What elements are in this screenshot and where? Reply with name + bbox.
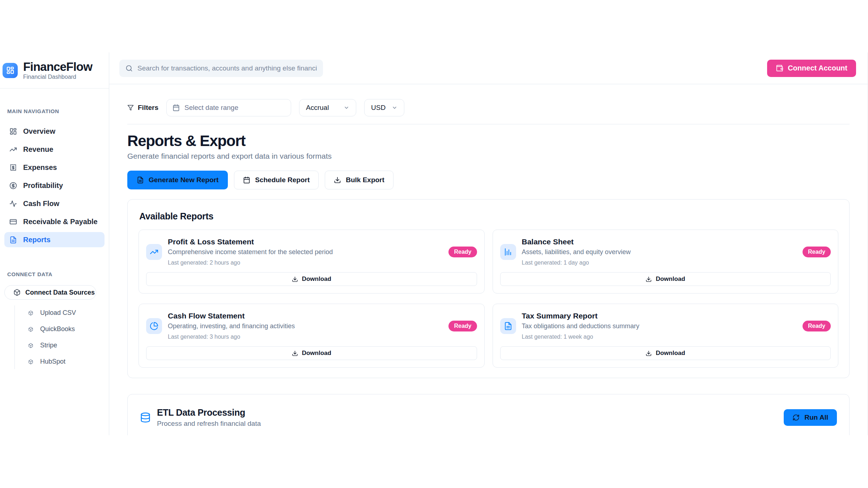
sidebar-item-cash-flow[interactable]: Cash Flow — [4, 196, 105, 211]
database-icon — [140, 412, 151, 423]
sidebar-item-profitability[interactable]: Profitability — [4, 178, 105, 193]
sidebar-item-receivable-payable[interactable]: Receivable & Payable — [4, 214, 105, 229]
trending-up-icon — [146, 244, 162, 260]
report-card-cash-flow: Cash Flow Statement Operating, investing… — [139, 304, 485, 368]
connect-data-sources-button[interactable]: Connect Data Sources — [4, 285, 96, 300]
page-subtitle: Generate financial reports and export da… — [127, 152, 850, 160]
funnel-icon — [127, 104, 134, 111]
schedule-report-label: Schedule Report — [255, 176, 310, 184]
date-range-input[interactable] — [166, 99, 291, 116]
generate-report-button[interactable]: Generate New Report — [127, 171, 228, 189]
report-title: Profit & Loss Statement — [168, 237, 333, 247]
receipt-icon — [9, 164, 17, 171]
source-label: QuickBooks — [40, 325, 75, 333]
brand-tagline: Financial Dashboard — [23, 74, 92, 80]
report-card-profit-loss: Profit & Loss Statement Comprehensive in… — [139, 230, 485, 294]
pie-chart-icon — [146, 318, 162, 334]
download-button[interactable]: Download — [500, 272, 831, 286]
report-description: Assets, liabilities, and equity overview — [522, 248, 631, 257]
wallet-icon — [776, 64, 783, 72]
connect-account-label: Connect Account — [788, 64, 847, 72]
currency-value: USD — [371, 104, 386, 112]
report-card-tax-summary: Tax Summary Report Tax obligations and d… — [493, 304, 839, 368]
download-label: Download — [656, 275, 685, 283]
activity-icon — [9, 200, 17, 207]
sidebar-item-label: Revenue — [23, 145, 53, 154]
connect-data-sources-label: Connect Data Sources — [25, 289, 95, 296]
download-button[interactable]: Download — [146, 346, 477, 360]
connect-account-button[interactable]: Connect Account — [767, 60, 856, 77]
available-reports-title: Available Reports — [139, 211, 838, 222]
filters-row: Filters Accrual USD — [127, 99, 850, 116]
status-badge: Ready — [803, 321, 831, 331]
report-card-balance-sheet: Balance Sheet Assets, liabilities, and e… — [493, 230, 839, 294]
accounting-basis-value: Accrual — [306, 104, 329, 112]
generate-report-label: Generate New Report — [149, 176, 218, 184]
run-all-button[interactable]: Run All — [784, 409, 837, 426]
sidebar-item-label: Reports — [23, 236, 51, 244]
brand-name: FinanceFlow — [23, 61, 92, 73]
calendar-icon — [173, 104, 180, 111]
sidebar-item-quickbooks[interactable]: QuickBooks — [4, 321, 105, 337]
bulk-export-button[interactable]: Bulk Export — [325, 171, 393, 189]
currency-select[interactable]: USD — [364, 99, 404, 116]
download-icon — [292, 276, 298, 282]
schedule-report-button[interactable]: Schedule Report — [234, 171, 319, 189]
file-text-icon — [9, 236, 17, 244]
page-title: Reports & Export — [127, 133, 850, 149]
search-bar[interactable] — [119, 60, 323, 77]
report-description: Operating, investing, and financing acti… — [168, 322, 295, 331]
main-navigation: Overview Revenue Expenses Profitability … — [4, 124, 105, 247]
credit-card-icon — [9, 218, 17, 226]
sidebar-item-overview[interactable]: Overview — [4, 124, 105, 139]
source-label: Upload CSV — [40, 309, 76, 317]
filters-divider — [127, 124, 850, 124]
source-label: HubSpot — [40, 358, 65, 365]
dashboard-icon — [9, 128, 17, 135]
status-badge: Ready — [803, 247, 831, 257]
sidebar-item-label: Receivable & Payable — [23, 218, 98, 226]
download-icon — [292, 350, 298, 356]
source-label: Stripe — [40, 342, 57, 349]
download-icon — [646, 350, 652, 356]
date-range-field[interactable] — [184, 104, 285, 112]
file-text-icon — [500, 318, 516, 334]
sidebar-item-hubspot[interactable]: HubSpot — [4, 354, 105, 370]
sidebar-item-expenses[interactable]: Expenses — [4, 160, 105, 175]
sidebar-item-stripe[interactable]: Stripe — [4, 337, 105, 354]
package-icon — [28, 311, 33, 316]
report-description: Tax obligations and deductions summary — [522, 322, 639, 331]
top-bar: Connect Account — [109, 52, 868, 84]
sidebar-item-revenue[interactable]: Revenue — [4, 142, 105, 157]
run-all-label: Run All — [804, 414, 828, 421]
report-last-generated: Last generated: 2 hours ago — [168, 259, 333, 266]
page-content: Filters Accrual USD Reports & Export Gen… — [109, 84, 868, 435]
download-label: Download — [302, 275, 331, 283]
download-button[interactable]: Download — [146, 272, 477, 286]
accounting-basis-select[interactable]: Accrual — [299, 99, 356, 116]
sidebar-item-upload-csv[interactable]: Upload CSV — [4, 305, 105, 321]
package-icon — [28, 343, 33, 348]
main-area: Connect Account Filters Accrual USD — [109, 52, 868, 435]
sidebar-item-label: Profitability — [23, 181, 63, 190]
report-cards-grid: Profit & Loss Statement Comprehensive in… — [139, 230, 838, 368]
download-button[interactable]: Download — [500, 346, 831, 360]
filters-label: Filters — [127, 104, 158, 112]
package-icon — [28, 327, 33, 332]
report-last-generated: Last generated: 1 day ago — [522, 259, 631, 266]
sidebar-item-label: Overview — [23, 127, 55, 136]
app-window: FinanceFlow Financial Dashboard MAIN NAV… — [0, 52, 868, 435]
bar-chart-icon — [500, 244, 516, 260]
etl-header: ETL Data Processing Process and refresh … — [140, 407, 837, 428]
brand-header: FinanceFlow Financial Dashboard — [0, 52, 109, 89]
chevron-down-icon — [392, 105, 397, 111]
actions-row: Generate New Report Schedule Report Bulk… — [127, 171, 850, 189]
sidebar-item-reports[interactable]: Reports — [4, 232, 105, 247]
report-card-header: Tax Summary Report Tax obligations and d… — [500, 311, 831, 341]
sidebar: FinanceFlow Financial Dashboard MAIN NAV… — [0, 52, 109, 435]
available-reports-panel: Available Reports Profit & Loss Statemen… — [127, 199, 850, 378]
etl-subtitle: Process and refresh financial data — [157, 420, 261, 428]
search-input[interactable] — [137, 64, 317, 72]
status-badge: Ready — [448, 321, 477, 331]
chevron-down-icon — [344, 105, 349, 111]
